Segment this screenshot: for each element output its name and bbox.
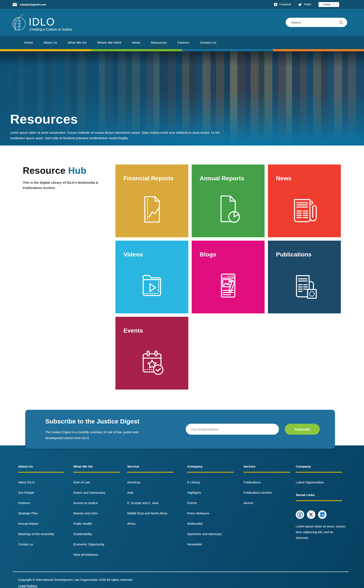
footer-link-about-idlo[interactable]: About IDLO <box>18 481 35 484</box>
footer-link-e-europe-and-c-asia[interactable]: E. Europe and C. Asia <box>127 501 158 505</box>
footer-link-e-library[interactable]: E-Library <box>187 481 200 484</box>
footer-link-public-health[interactable]: Public Health <box>73 522 92 525</box>
footer-link-partners[interactable]: Partners <box>18 501 30 505</box>
footer-column-company-5: CompanyLatest Opportunities Social Links <box>296 465 359 563</box>
tile-label: Annual Reports <box>200 175 244 182</box>
topbar-facebook-link[interactable]: Facebook <box>274 3 291 6</box>
idlo-logo[interactable]: IDLO Creating a Culture of Justice <box>11 13 72 31</box>
footer-link-asia[interactable]: Asia <box>127 491 133 494</box>
tile-news[interactable]: News <box>268 165 341 237</box>
footer-link-africa[interactable]: Africa <box>127 522 135 525</box>
x-social-button[interactable] <box>307 510 315 519</box>
nav-item-contact-us[interactable]: Contact Us <box>200 41 217 45</box>
language-selected: English <box>323 3 331 6</box>
logo-tagline: Creating a Culture of Justice <box>29 28 72 31</box>
footer-link-americas[interactable]: Americas <box>127 481 141 484</box>
footer-column-title: Service <box>127 465 187 468</box>
nav-item-about-us[interactable]: About Us <box>43 41 57 45</box>
tile-publications[interactable]: Publications <box>268 241 341 314</box>
globe-icon <box>11 13 27 31</box>
footer-link-newsletter[interactable]: Newsletter <box>187 542 202 546</box>
topbar-twitter-label: Twitter <box>304 3 311 6</box>
resource-hub-section: Resource Hub This is the Digital Library… <box>0 165 364 389</box>
language-selector[interactable]: English <box>318 2 339 7</box>
footer-link-highlights[interactable]: Highlights <box>187 491 201 494</box>
footer-link-access-to-justice[interactable]: Access to Justice <box>73 501 98 505</box>
footer-link-meetings-of-the-assembly[interactable]: Meetings of the Assembly <box>18 532 54 536</box>
topbar: sample@gmail.com Facebook Twitter Englis… <box>0 0 364 9</box>
site-header: IDLO Creating a Culture of Justice <box>0 9 364 36</box>
facebook-icon <box>297 511 303 518</box>
x-icon <box>309 512 313 517</box>
footer-column-service-4: ServicePublicationsPublications ArchiveA… <box>244 465 296 563</box>
resource-hub-subtitle: This is the Digital Library of IDLO's Mu… <box>23 180 105 191</box>
topbar-twitter-link[interactable]: Twitter <box>298 3 311 6</box>
footer-columns: About UsAbout IDLOOur PeoplePartnersStra… <box>18 465 364 563</box>
social-links-text: Lorem ipsum dolor sit amet, consec tetur… <box>296 523 346 541</box>
tile-blogs[interactable]: Blogs <box>192 241 265 314</box>
footer-link-multimedia[interactable]: Multimedia <box>187 522 203 525</box>
search-icon[interactable] <box>339 20 343 25</box>
news-icon <box>288 194 321 225</box>
social-links-title: Social Links <box>296 493 359 497</box>
twitter-icon <box>298 3 302 6</box>
gold-underline <box>187 472 234 473</box>
footer-column-title: Company <box>187 465 244 468</box>
topbar-facebook-label: Facebook <box>279 3 291 6</box>
page-title: Resources <box>10 112 230 127</box>
hero-banner: Resources Lorem ipsum dolor sit amet con… <box>0 51 364 146</box>
footer-link-events[interactable]: Events <box>187 501 197 505</box>
footer-link-alumni[interactable]: Alumni <box>244 501 253 505</box>
gold-underline <box>73 472 120 473</box>
footer-link-rule-of-law[interactable]: Rule of Law <box>73 481 90 484</box>
nav-item-news[interactable]: News <box>132 41 141 45</box>
resource-hub-title: Resource Hub <box>23 165 116 176</box>
footer-link-view-all-initiatives[interactable]: View all Initiatives <box>73 553 98 556</box>
footer-column-what-we-do-1: What We DoRule of LawPeace and Democracy… <box>73 465 127 563</box>
subscribe-title: Subscribe to the Justice Digest <box>45 418 139 425</box>
legal-notices-link[interactable]: Legal Notices <box>18 584 37 588</box>
tile-label: Videos <box>124 251 143 258</box>
footer-column-title: About Us <box>18 465 73 468</box>
subscribe-banner: Subscribe to the Justice Digest The Just… <box>25 410 335 449</box>
email-field[interactable] <box>186 424 279 435</box>
annual-report-icon <box>212 194 244 225</box>
nav-item-home[interactable]: Home <box>24 41 33 45</box>
footer-link-speeches-and-advocacy[interactable]: Speeches and Advocacy <box>187 532 222 536</box>
footer-link-contact-us[interactable]: Contact us <box>18 542 33 546</box>
footer-link-latest-opportunities[interactable]: Latest Opportunities <box>296 481 324 484</box>
nav-item-where-we-work[interactable]: Where We Work <box>97 41 122 45</box>
footer-link-women-and-girls[interactable]: Women and Girls <box>73 511 98 515</box>
footer-link-sustainability[interactable]: Sustainability <box>73 532 92 536</box>
linkedin-social-button[interactable] <box>318 510 326 519</box>
footer-column-title: Company <box>296 465 359 468</box>
main-nav: HomeAbout UsWhat We DoWhere We WorkNewsR… <box>0 36 364 49</box>
footer-link-peace-and-democracy[interactable]: Peace and Democracy <box>73 491 105 494</box>
tile-financial-reports[interactable]: Financial Reports <box>116 165 188 237</box>
tile-label: Financial Reports <box>124 175 174 182</box>
footer-link-middle-east-and-north-africa[interactable]: Middle East and North Africa <box>127 511 167 515</box>
stripe-gold <box>0 49 91 51</box>
gold-underline <box>18 472 65 473</box>
topbar-email: sample@gmail.com <box>20 3 46 6</box>
footer-link-publications-archive[interactable]: Publications Archive <box>244 491 272 494</box>
copyright-text: Copyright © International Development La… <box>18 578 364 581</box>
nav-item-resources[interactable]: Resources <box>151 41 167 45</box>
nav-item-careers[interactable]: Careers <box>177 41 189 45</box>
tile-events[interactable]: Events <box>116 317 188 389</box>
tile-videos[interactable]: Videos <box>116 241 188 314</box>
nav-item-what-we-do[interactable]: What We Do <box>68 41 87 45</box>
footer-link-strategic-plan[interactable]: Strategic Plan <box>18 511 38 515</box>
search-input[interactable] <box>291 21 333 24</box>
publications-icon <box>289 270 320 301</box>
search-bar[interactable] <box>286 18 347 27</box>
footer-link-annual-report[interactable]: Annual Report <box>18 522 38 525</box>
facebook-social-button[interactable] <box>296 510 304 519</box>
footer-link-our-people[interactable]: Our People <box>18 491 34 494</box>
footer-link-publications[interactable]: Publications <box>244 481 260 484</box>
footer-link-economic-opportunity[interactable]: Economic Opportunity <box>73 542 104 546</box>
tile-annual-reports[interactable]: Annual Reports <box>192 165 265 237</box>
footer-divider <box>13 572 349 572</box>
subscribe-button[interactable]: Subscribe <box>285 424 320 435</box>
footer-link-press-releases[interactable]: Press Releases <box>187 511 209 515</box>
